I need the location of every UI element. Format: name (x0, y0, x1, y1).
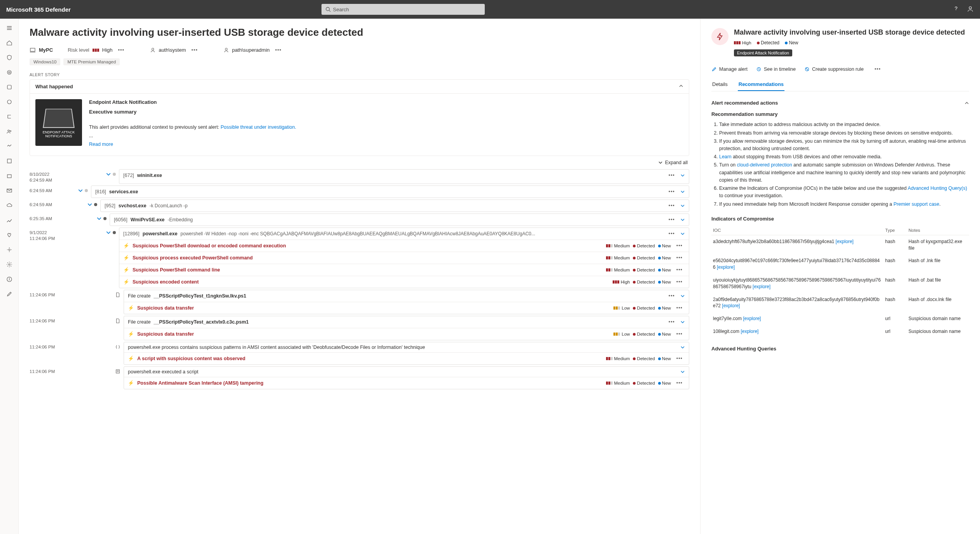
row-more[interactable]: ••• (674, 242, 685, 249)
chevron-down-icon[interactable] (680, 369, 685, 374)
tab-details[interactable]: Details (711, 78, 728, 91)
row-more[interactable]: ••• (666, 172, 677, 179)
chevron-down-icon[interactable] (680, 173, 685, 178)
expand-all-button[interactable]: Expand all (658, 160, 688, 165)
row-more[interactable]: ••• (674, 266, 685, 273)
panel-more[interactable]: ••• (872, 66, 883, 73)
nav-icon-5[interactable] (3, 81, 16, 93)
heart-icon[interactable] (3, 229, 16, 241)
alert-rec-actions-heading[interactable]: Alert recommended actions (711, 97, 969, 109)
row-more[interactable]: ••• (674, 355, 685, 362)
nav-icon-16[interactable] (3, 243, 16, 256)
nav-icon-9[interactable] (3, 140, 16, 152)
chevron-down-icon[interactable] (96, 216, 102, 221)
nav-icon-4[interactable] (3, 66, 16, 79)
explore-link[interactable]: [explore] (722, 303, 740, 308)
row-more[interactable]: ••• (666, 188, 677, 195)
user2-chip[interactable]: path\superadmin ••• (224, 46, 284, 54)
account-icon[interactable] (967, 5, 974, 14)
hamburger-icon[interactable] (3, 22, 16, 34)
tab-recommendations[interactable]: Recommendations (738, 78, 784, 91)
device-more[interactable]: ••• (116, 46, 127, 54)
explore-link[interactable]: [explore] (836, 239, 854, 244)
explore-link[interactable]: [explore] (717, 264, 735, 270)
process-header[interactable]: [672] wininit.exe ••• (119, 170, 689, 181)
process-header[interactable]: [816] services.exe ••• (91, 186, 689, 198)
event-header[interactable]: File create __PSScriptPolicyTest_t1ngknS… (124, 290, 689, 302)
alert-row[interactable]: ⚡ Suspicious data transfer Low Detected … (124, 328, 689, 340)
global-search[interactable]: Search (321, 4, 485, 15)
info-icon[interactable] (3, 273, 16, 285)
chevron-down-icon[interactable] (680, 294, 685, 298)
alert-row[interactable]: ⚡ Possible Antimalware Scan Interface (A… (124, 377, 689, 389)
chevron-down-icon[interactable] (106, 230, 111, 235)
people-icon[interactable] (3, 125, 16, 138)
alert-row[interactable]: ⚡ Suspicious encoded content High Detect… (119, 276, 689, 288)
event-header[interactable]: powershell.exe process contains suspicio… (124, 342, 689, 352)
chevron-down-icon[interactable] (680, 345, 685, 350)
row-more[interactable]: ••• (674, 331, 685, 338)
prev-alert-link[interactable]: Possible threat under investigation. (220, 124, 296, 130)
row-more[interactable]: ••• (666, 202, 677, 209)
row-more[interactable]: ••• (666, 216, 677, 223)
alert-row[interactable]: ⚡ Suspicious PowerShell download or enco… (119, 240, 689, 252)
row-more[interactable]: ••• (674, 380, 685, 387)
svg-point-15 (9, 249, 10, 250)
chevron-down-icon[interactable] (680, 189, 685, 194)
rec-link[interactable]: cloud-delivered protection (737, 162, 792, 168)
alert-row[interactable]: ⚡ A script with suspicious content was o… (124, 352, 689, 364)
chevron-down-icon[interactable] (78, 188, 83, 193)
see-timeline-button[interactable]: See in timeline (756, 67, 796, 72)
chart-icon[interactable] (3, 214, 16, 226)
event-header[interactable]: File create __PSScriptPolicyTest_acxtvlx… (124, 316, 689, 328)
process-header[interactable]: [6056] WmiPrvSE.exe -Embedding ••• (110, 214, 689, 226)
recommendation-list: Take immediate action to address malicio… (711, 121, 969, 208)
chevron-down-icon[interactable] (106, 172, 111, 177)
collapse-icon[interactable] (679, 84, 683, 89)
process-header[interactable]: [952] svchost.exe -k DcomLaunch -p ••• (101, 200, 689, 212)
chevron-down-icon[interactable] (680, 217, 685, 222)
gear-icon[interactable] (3, 258, 16, 271)
chevron-down-icon[interactable] (680, 320, 685, 324)
row-more[interactable]: ••• (674, 305, 685, 312)
nav-icon-6[interactable] (3, 96, 16, 108)
nav-icon-7[interactable] (3, 110, 16, 123)
create-suppression-button[interactable]: Create suppression rule (804, 67, 864, 72)
rec-link[interactable]: Advanced Hunting Query(s) (908, 186, 967, 191)
rec-link[interactable]: Premier support case (893, 201, 939, 207)
row-more[interactable]: ••• (666, 292, 677, 299)
chevron-down-icon[interactable] (680, 203, 685, 208)
mail-icon[interactable] (3, 184, 16, 197)
chevron-down-icon[interactable] (680, 231, 685, 236)
nav-icon-10[interactable] (3, 155, 16, 167)
cloud-icon[interactable] (3, 199, 16, 212)
left-nav (0, 19, 19, 534)
explore-link[interactable]: [explore] (741, 329, 758, 334)
explore-link[interactable]: [explore] (743, 316, 761, 321)
alert-row[interactable]: ⚡ Suspicious process executed PowerShell… (119, 252, 689, 264)
nav-icon-11[interactable] (3, 170, 16, 182)
manage-alert-button[interactable]: Manage alert (711, 67, 748, 72)
user1-more[interactable]: ••• (189, 46, 200, 54)
row-more[interactable]: ••• (674, 254, 685, 261)
process-header[interactable]: [12896] powershell.exe powershell -W Hid… (119, 228, 689, 240)
chevron-down-icon[interactable] (87, 202, 93, 207)
edit-icon[interactable] (3, 288, 16, 300)
alert-row[interactable]: ⚡ Suspicious PowerShell command line Med… (119, 264, 689, 276)
alert-row[interactable]: ⚡ Suspicious data transfer Low Detected … (124, 302, 689, 314)
row-more[interactable]: ••• (674, 278, 685, 285)
row-more[interactable]: ••• (666, 230, 677, 237)
event-header[interactable]: powershell.exe executed a script (124, 367, 689, 377)
help-icon[interactable]: ? (955, 5, 957, 14)
device-chip[interactable]: MyPC Risk level High ••• (30, 46, 127, 54)
explore-link[interactable]: [explore] (753, 284, 770, 289)
row-more[interactable]: ••• (666, 319, 677, 326)
rec-summary-heading: Recommendation summary (711, 111, 969, 117)
shield-icon[interactable] (3, 51, 16, 64)
user1-chip[interactable]: auth\system ••• (150, 46, 200, 54)
user2-more[interactable]: ••• (273, 46, 284, 54)
bolt-icon: ⚡ (128, 305, 134, 311)
read-more-link[interactable]: Read more (89, 142, 113, 147)
home-icon[interactable] (3, 37, 16, 49)
rec-link[interactable]: Learn (719, 154, 732, 159)
